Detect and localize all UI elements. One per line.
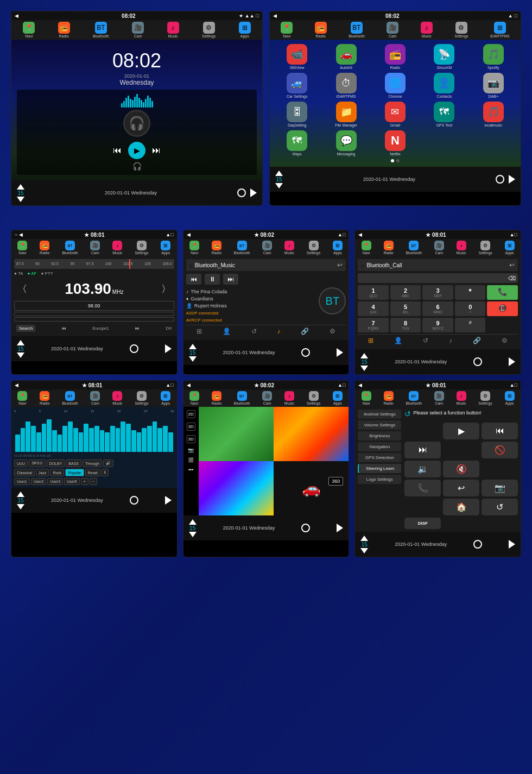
cam-more-icon[interactable]: ••• <box>188 467 193 473</box>
app-carsettings[interactable]: 🚙 Car Settings <box>274 73 320 98</box>
nav-music-7[interactable]: ♪ Music <box>284 391 294 405</box>
app-360view[interactable]: 📹 360View <box>274 44 320 70</box>
key-8[interactable]: 8TUV <box>390 318 421 332</box>
nav-radio-4[interactable]: 📻 Radio <box>212 241 221 255</box>
back-icon-5[interactable]: ◀ <box>358 232 362 237</box>
eq-btn-jazz[interactable]: Jazz <box>36 469 49 476</box>
key-9[interactable]: 9WXYZ <box>422 318 453 332</box>
back-icon-3[interactable]: − <box>15 232 17 237</box>
nav-settings-6[interactable]: ⚙ Settings <box>135 391 148 405</box>
fn-btn-home[interactable]: 🏠 <box>443 499 479 515</box>
nav-settings-3[interactable]: ⚙ Settings <box>135 241 148 255</box>
nav-radio-7[interactable]: 📻 Radio <box>212 391 221 405</box>
nav-navi-8[interactable]: 📍 Navi <box>362 391 371 405</box>
call-music-icon[interactable]: ♪ <box>449 337 452 344</box>
bt-music-bottom-icon[interactable]: ♪ <box>277 328 280 335</box>
bt-link-icon[interactable]: 🔗 <box>301 328 309 335</box>
radio-preset-1[interactable]: 98.00 <box>14 301 174 311</box>
key-3[interactable]: 3DEF <box>422 285 453 300</box>
home-btn-6[interactable] <box>130 496 138 505</box>
call-button[interactable]: 📞 <box>487 285 518 300</box>
bottom-nav-5[interactable]: 15 <box>360 353 368 371</box>
bottom-nav-3[interactable]: 15 <box>17 340 24 358</box>
menu-navigation[interactable]: Navigation <box>358 442 401 451</box>
nav-cam-1[interactable]: 🎥 Cam <box>132 22 144 38</box>
nav-bt-3[interactable]: BT Bluetooth <box>62 241 78 255</box>
app-messaging[interactable]: 💬 Messaging <box>323 130 369 156</box>
app-contacts[interactable]: 👤 Contacts <box>421 73 467 98</box>
radio-preset-2[interactable] <box>14 312 174 316</box>
app-gpstest[interactable]: 🗺 GPS Test <box>421 102 467 127</box>
app-radio[interactable]: 📻 Radio <box>372 44 418 70</box>
nav-settings-7[interactable]: ⚙ Settings <box>307 391 320 405</box>
app-spotify[interactable]: 🎵 Spotify <box>471 44 516 70</box>
eq-btn-classical[interactable]: Classical <box>14 469 35 476</box>
back-btn-7[interactable] <box>337 524 343 532</box>
app-autokit[interactable]: 🚗 AutoKit <box>323 44 369 70</box>
fn-btn-camera[interactable]: 📷 <box>482 480 518 496</box>
eq-btn-user1[interactable]: User1 <box>14 478 30 485</box>
call-input-field[interactable]: ⌫ <box>358 273 518 283</box>
app-dab[interactable]: 📷 DAB+ <box>471 73 516 98</box>
call-sync-icon[interactable]: ↺ <box>423 337 428 344</box>
app-maps[interactable]: 🗺 Maps <box>274 130 320 156</box>
call-link-icon[interactable]: 🔗 <box>473 337 481 344</box>
back-btn-6[interactable] <box>165 496 172 505</box>
home-btn-3[interactable] <box>130 344 138 353</box>
nav-music-1[interactable]: ♪ Music <box>167 22 179 38</box>
nav-navi-4[interactable]: 📍 Navi <box>189 241 199 255</box>
nav-music-6[interactable]: ♪ Music <box>112 391 122 405</box>
back-btn-8[interactable] <box>509 540 515 549</box>
key-6[interactable]: 6MNO <box>422 301 453 316</box>
nav-music-3[interactable]: ♪ Music <box>112 241 122 255</box>
menu-gps-detection[interactable]: GPS Detection <box>358 453 401 462</box>
backspace-icon[interactable]: ⌫ <box>508 275 516 281</box>
call-gear-icon[interactable]: ⚙ <box>502 337 508 344</box>
nav-bt-5[interactable]: BT Bluetooth <box>406 241 422 255</box>
nav-navi-3[interactable]: 📍 Navi <box>17 241 27 255</box>
eq-btn-reset[interactable]: Reset <box>85 469 100 476</box>
nav-music-8[interactable]: ♪ Music <box>457 391 466 405</box>
freq-up-arrow[interactable]: 〉 <box>161 282 171 295</box>
app-filemanager[interactable]: 📁 File Manager <box>323 102 369 127</box>
app-gmail[interactable]: ✉ Gmail <box>372 102 418 127</box>
nav-settings-5[interactable]: ⚙ Settings <box>479 241 492 255</box>
nav-radio-5[interactable]: 📻 Radio <box>383 241 393 255</box>
nav-navi-7[interactable]: 📍 Navi <box>189 391 199 405</box>
nav-radio-3[interactable]: 📻 Radio <box>40 241 49 255</box>
cam-3d-btn-2[interactable]: 3D <box>187 435 195 443</box>
nav-cam-7[interactable]: 🎥 Cam <box>262 391 272 405</box>
back-btn-4[interactable] <box>337 348 343 357</box>
app-siriusxm[interactable]: 📡 SiriusXM <box>421 44 467 70</box>
back-btn-5[interactable] <box>509 357 515 366</box>
nav-radio-8[interactable]: 📻 Radio <box>383 391 393 405</box>
nav-bt-2[interactable]: BT Bluetooth <box>349 22 365 38</box>
cam-2d-btn[interactable]: 2D <box>187 410 195 418</box>
key-2[interactable]: 2ABC <box>390 285 421 300</box>
bottom-nav-4[interactable]: 15 <box>189 344 197 362</box>
key-1[interactable]: 1QLD <box>358 285 389 300</box>
next-button[interactable]: ⏭ <box>152 146 161 155</box>
back-btn-3[interactable] <box>165 344 172 353</box>
menu-volume-settings[interactable]: Volume Settings <box>358 420 401 430</box>
nav-settings-8[interactable]: ⚙ Settings <box>479 391 492 405</box>
key-4[interactable]: 4GHI <box>358 301 389 316</box>
bt-call-back-icon[interactable]: ↩ <box>509 261 515 269</box>
key-hash[interactable]: # <box>455 318 486 332</box>
home-btn-8[interactable] <box>473 540 482 549</box>
menu-steering-learn[interactable]: Steering Learn <box>358 464 401 473</box>
nav-navi-6[interactable]: 📍 Navi <box>17 391 27 405</box>
fn-btn-back[interactable]: ↺ <box>482 499 518 515</box>
eq-btn-user2[interactable]: User2 <box>31 478 47 485</box>
eq-btn-rock[interactable]: Rock <box>50 469 64 476</box>
app-netflix[interactable]: N Netflix <box>372 130 418 156</box>
nav-apps-7[interactable]: ⊞ Apps <box>333 391 343 405</box>
nav-settings-1[interactable]: ⚙ Settings <box>202 22 216 38</box>
bt-contact-icon[interactable]: 👤 <box>223 328 231 335</box>
play-button[interactable]: ▶ <box>128 142 145 159</box>
nav-apps-8[interactable]: ⊞ Apps <box>505 391 515 405</box>
prev-button[interactable]: ⏮ <box>113 146 122 155</box>
nav-navi-5[interactable]: 📍 Navi <box>362 241 371 255</box>
nav-cam-8[interactable]: 🎥 Cam <box>434 391 444 405</box>
fn-btn-play[interactable]: ▶ <box>443 423 479 439</box>
